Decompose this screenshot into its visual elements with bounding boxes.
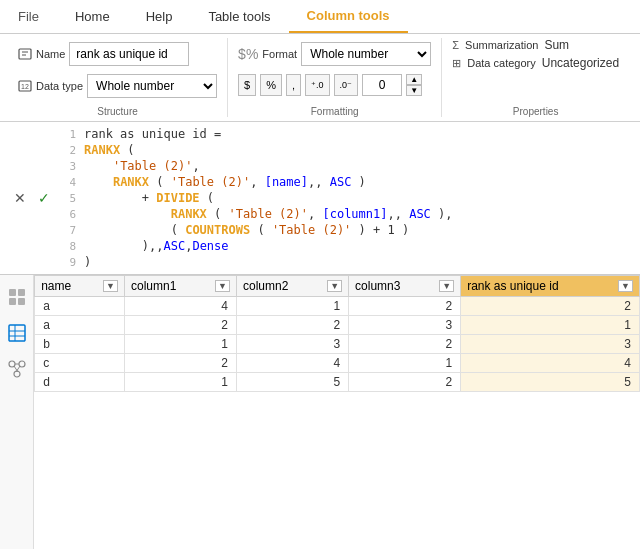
column-header-0: name▼ [35, 276, 125, 297]
comma-button[interactable]: , [286, 74, 301, 96]
table-cell: 4 [461, 354, 640, 373]
table-icon [7, 323, 27, 343]
table-cell: 2 [124, 354, 236, 373]
code-line: 1rank as unique id = [64, 126, 632, 142]
currency-button[interactable]: $ [238, 74, 256, 96]
sidebar-icon-table[interactable] [3, 319, 31, 347]
table-cell: 2 [237, 316, 349, 335]
spin-buttons: ▲ ▼ [406, 74, 422, 96]
code-line: 9) [64, 254, 632, 270]
tab-file[interactable]: File [0, 0, 57, 33]
column-dropdown-1[interactable]: ▼ [215, 280, 230, 292]
ribbon-section-properties: Σ Summarization Sum ⊞ Data category Unca… [442, 38, 629, 117]
svg-rect-0 [19, 49, 31, 59]
table-cell: 1 [461, 316, 640, 335]
table-cell: 1 [124, 335, 236, 354]
svg-rect-7 [9, 298, 16, 305]
summarization-label: Σ Summarization [452, 39, 538, 51]
name-label: Name [18, 47, 65, 61]
svg-rect-5 [9, 289, 16, 296]
name-row: Name [18, 38, 217, 70]
formatting-title: Formatting [238, 102, 431, 117]
sidebar-icons [0, 275, 34, 549]
datatype-label: 12 Data type [18, 79, 83, 93]
table-row: a2231 [35, 316, 640, 335]
table-cell: 3 [349, 316, 461, 335]
datatype-icon: 12 [18, 79, 32, 93]
table-row: a4122 [35, 297, 640, 316]
table-cell: 4 [124, 297, 236, 316]
formula-bar: ✕ ✓ 1rank as unique id =2RANKX (3 'Table… [0, 122, 640, 275]
cancel-button[interactable]: ✕ [10, 188, 30, 208]
table-cell: 2 [349, 335, 461, 354]
table-cell: 1 [124, 373, 236, 392]
decimal-input[interactable] [362, 74, 402, 96]
table-cell: 5 [461, 373, 640, 392]
column-header-label: rank as unique id [467, 279, 558, 293]
dec-increase-button[interactable]: ⁺.0 [305, 74, 330, 96]
table-cell: 2 [124, 316, 236, 335]
properties-title: Properties [452, 102, 619, 117]
column-dropdown-4[interactable]: ▼ [618, 280, 633, 292]
dec-decrease-button[interactable]: .0⁻ [334, 74, 359, 96]
tab-help[interactable]: Help [128, 0, 191, 33]
table-cell: 3 [461, 335, 640, 354]
column-header-1: column1▼ [124, 276, 236, 297]
code-line: 3 'Table (2)', [64, 158, 632, 174]
format-row: $% Format Whole number [238, 38, 431, 70]
sidebar-icon-report[interactable] [3, 283, 31, 311]
svg-text:12: 12 [21, 83, 29, 90]
tab-column-tools[interactable]: Column tools [289, 0, 408, 33]
column-dropdown-0[interactable]: ▼ [103, 280, 118, 292]
ribbon-section-structure: Name 12 Data type Whole number Structure [8, 38, 228, 117]
formula-code-area[interactable]: 1rank as unique id =2RANKX (3 'Table (2)… [60, 124, 636, 272]
name-input[interactable] [69, 42, 189, 66]
column-dropdown-2[interactable]: ▼ [327, 280, 342, 292]
table-cell: 3 [237, 335, 349, 354]
formula-icons: ✕ ✓ [4, 188, 60, 208]
name-icon [18, 47, 32, 61]
table-cell: c [35, 354, 125, 373]
data-table-container: name▼column1▼column2▼column3▼rank as uni… [34, 275, 640, 549]
table-row: c2414 [35, 354, 640, 373]
datatype-select[interactable]: Whole number [87, 74, 217, 98]
format-label: $% Format [238, 46, 297, 62]
format-select[interactable]: Whole number [301, 42, 431, 66]
svg-rect-6 [18, 289, 25, 296]
code-line: 2RANKX ( [64, 142, 632, 158]
percent-button[interactable]: % [260, 74, 282, 96]
column-header-label: column1 [131, 279, 176, 293]
tab-home[interactable]: Home [57, 0, 128, 33]
sidebar-icon-model[interactable] [3, 355, 31, 383]
table-row: b1323 [35, 335, 640, 354]
code-lines: 1rank as unique id =2RANKX (3 'Table (2)… [64, 126, 632, 270]
table-cell: a [35, 297, 125, 316]
datacategory-label: ⊞ Data category [452, 57, 536, 70]
spin-down-button[interactable]: ▼ [406, 85, 422, 96]
report-icon [7, 287, 27, 307]
spin-up-button[interactable]: ▲ [406, 74, 422, 85]
table-cell: a [35, 316, 125, 335]
summarization-row: Σ Summarization Sum [452, 38, 619, 52]
column-header-2: column2▼ [237, 276, 349, 297]
table-cell: d [35, 373, 125, 392]
table-cell: 1 [237, 297, 349, 316]
table-cell: 4 [237, 354, 349, 373]
ribbon-tabs: File Home Help Table tools Column tools [0, 0, 640, 34]
column-header-label: column2 [243, 279, 288, 293]
data-table: name▼column1▼column2▼column3▼rank as uni… [34, 275, 640, 392]
ribbon-content: Name 12 Data type Whole number Structure… [0, 34, 640, 121]
confirm-button[interactable]: ✓ [34, 188, 54, 208]
column-header-3: column3▼ [349, 276, 461, 297]
code-line: 5 + DIVIDE ( [64, 190, 632, 206]
summarization-value: Sum [544, 38, 569, 52]
column-dropdown-3[interactable]: ▼ [439, 280, 454, 292]
tab-table-tools[interactable]: Table tools [190, 0, 288, 33]
column-header-4: rank as unique id▼ [461, 276, 640, 297]
ribbon-section-formatting: $% Format Whole number $ % , ⁺.0 .0⁻ [228, 38, 442, 117]
column-header-label: column3 [355, 279, 400, 293]
table-cell: 1 [349, 354, 461, 373]
svg-rect-9 [9, 325, 25, 341]
code-line: 7 ( COUNTROWS ( 'Table (2)' ) + 1 ) [64, 222, 632, 238]
code-line: 8 ),,ASC,Dense [64, 238, 632, 254]
